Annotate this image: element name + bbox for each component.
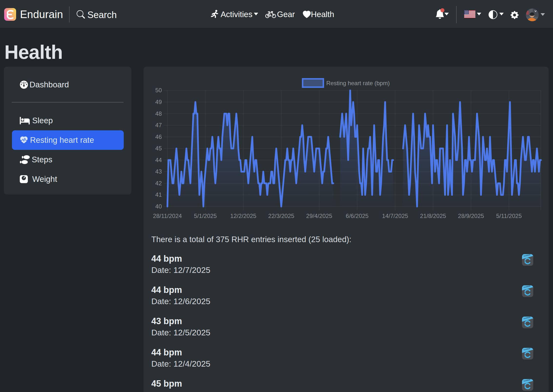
svg-text:40: 40 [155, 203, 162, 210]
svg-text:29/4/2025: 29/4/2025 [306, 213, 332, 219]
svg-text:6/6/2025: 6/6/2025 [346, 213, 369, 219]
svg-text:28/11/2024: 28/11/2024 [153, 213, 182, 219]
svg-text:50: 50 [155, 87, 162, 93]
svg-text:48: 48 [155, 110, 162, 117]
svg-text:43: 43 [155, 168, 162, 175]
svg-text:45: 45 [155, 145, 162, 152]
svg-text:Resting heart rate (bpm): Resting heart rate (bpm) [326, 80, 390, 86]
svg-text:5/11/2025: 5/11/2025 [496, 213, 522, 219]
svg-text:44: 44 [155, 157, 162, 163]
svg-text:5/1/2025: 5/1/2025 [194, 213, 217, 219]
svg-text:47: 47 [155, 122, 162, 128]
svg-text:41: 41 [155, 191, 162, 198]
svg-text:49: 49 [155, 99, 162, 105]
svg-text:28/9/2025: 28/9/2025 [458, 213, 484, 219]
svg-text:42: 42 [155, 180, 162, 186]
svg-text:22/3/2025: 22/3/2025 [268, 213, 294, 219]
svg-text:46: 46 [155, 134, 162, 140]
svg-text:12/2/2025: 12/2/2025 [230, 213, 256, 219]
svg-text:21/8/2025: 21/8/2025 [420, 213, 446, 219]
svg-text:14/7/2025: 14/7/2025 [382, 213, 408, 219]
